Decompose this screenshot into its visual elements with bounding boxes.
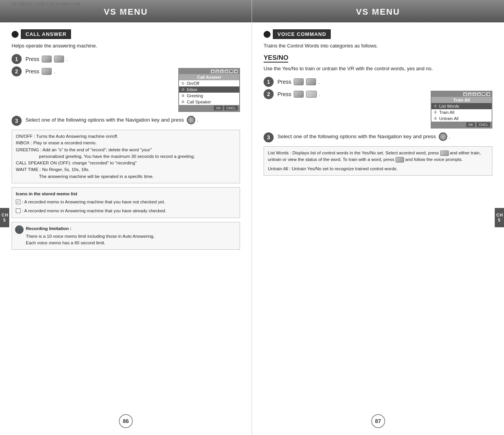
call-answer-menu-screen: ■ ▲ ● ■ ☎ ◆ Call Answer ① On/Off ② Inbox xyxy=(178,68,240,112)
note-title: Recording limitation : xyxy=(26,225,236,232)
topbar-icon-6: ◆ xyxy=(234,69,238,73)
icon-item-2: : A recorded memo in Answering machine t… xyxy=(16,208,236,214)
topbar-icon-5: ☎ xyxy=(229,69,233,73)
menu-item-2: ② Inbox xyxy=(179,86,239,93)
right-step-2-label: Press xyxy=(277,91,291,97)
step-1-text: Press . xyxy=(25,56,68,63)
checkbox-checked xyxy=(16,200,20,204)
left-section-desc: Helps operate the answering machine. xyxy=(12,43,240,49)
note-line-2: Each voice memo has a 60 second limit. xyxy=(26,240,236,246)
right-step-1-text: Press . xyxy=(277,78,320,85)
right-topbar-icon-2: ▲ xyxy=(468,92,472,96)
right-topbar-icon-4: ■ xyxy=(477,92,481,96)
button-icon-phone xyxy=(42,56,52,63)
step-3-row: 3 Select one of the following options wi… xyxy=(12,116,240,126)
menu-title: Call Answer xyxy=(179,74,239,80)
right-section-title-box: VOICE COMMAND xyxy=(273,29,331,39)
right-btn-icon-2 xyxy=(306,78,316,85)
right-info-btn-2 xyxy=(396,157,404,162)
step-3-circle: 3 xyxy=(12,116,22,126)
menu-item-3: ③ Greeting xyxy=(179,93,239,99)
menu-footer: OK CNCL xyxy=(179,105,239,111)
right-page-num: 87 xyxy=(371,414,385,428)
button-icon-ok xyxy=(42,68,52,75)
icons-title: Icons in the stored memo list xyxy=(16,191,236,197)
right-nav-key-icon xyxy=(439,132,447,141)
icon-item-2-text: : A recorded memo in Answering machine t… xyxy=(22,208,166,214)
left-page: TX-30B5/15-1 2002.5.20 16:40페이지86 CH5 VS… xyxy=(0,0,252,435)
right-step-2-circle: 2 xyxy=(264,89,274,99)
right-btn-icon-4: ↑ xyxy=(306,91,317,98)
menu-topbar: ■ ▲ ● ■ ☎ ◆ xyxy=(179,69,239,74)
right-reg-mark-top xyxy=(372,8,379,15)
step-1-circle: 1 xyxy=(12,54,22,64)
step-1-row: 1 Press . xyxy=(12,54,240,64)
right-menu-ok-btn: OK xyxy=(466,122,475,127)
right-topbar-icon-5: ☎ xyxy=(482,92,485,96)
right-step-1-label: Press xyxy=(277,79,291,85)
right-menu-item-3: ③ Untrain All xyxy=(431,115,492,122)
reg-mark-top xyxy=(120,8,127,15)
right-topbar-icon-1: ■ xyxy=(463,92,467,96)
chapter-tab-left: CH5 xyxy=(0,208,9,227)
right-step-2-section: 2 Press ↑ . ■ ▲ xyxy=(264,89,492,130)
right-menu-footer: OK CNCL xyxy=(431,122,492,128)
menu-item-1: ① On/Off xyxy=(179,80,239,86)
step-1-label: Press xyxy=(25,56,39,62)
section-title-box: CALL ANSWER xyxy=(21,29,71,39)
chapter-tab-right: CH5 xyxy=(495,208,504,227)
icon-item-1: : A recorded memo in Answering machine t… xyxy=(16,199,236,205)
menu-item-4: ④ Call Speaker xyxy=(179,99,239,105)
right-step-1-circle: 1 xyxy=(264,77,274,87)
right-step-1-row: 1 Press . xyxy=(264,77,492,87)
step-2-label: Press xyxy=(25,68,39,74)
right-page: CH5 VS MENU VOICE COMMAND Trains the Con… xyxy=(252,0,504,435)
step-2-circle: 2 xyxy=(12,66,22,76)
right-info-line-2: Untrain All : Untrain Yes/No set to reco… xyxy=(268,166,488,172)
yes-no-section: YES/NO xyxy=(264,54,492,66)
info-line-2: INBOX : Play or erase a recorded memo. xyxy=(16,140,236,146)
right-topbar-icon-3: ● xyxy=(472,92,476,96)
right-step-3-circle: 3 xyxy=(264,132,274,142)
topbar-icon-2: ▲ xyxy=(215,69,219,73)
topbar-icon-4: ■ xyxy=(225,69,228,73)
yes-no-title: YES/NO xyxy=(264,54,288,63)
right-section-title-row: VOICE COMMAND xyxy=(264,29,492,39)
right-section-desc: Trains the Control Words into categories… xyxy=(264,43,492,49)
right-step-3-text: Select one of the following options with… xyxy=(277,132,450,141)
right-topbar-icon-6: ◆ xyxy=(486,92,490,96)
right-menu-item-1: ① List Words xyxy=(431,103,492,109)
right-menu-topbar: ■ ▲ ● ■ ☎ ◆ xyxy=(431,91,492,97)
right-info-btn-1 xyxy=(440,151,449,156)
left-page-num: 86 xyxy=(119,414,133,428)
note-line-1: There is a 10 voice memo limit including… xyxy=(26,233,236,240)
right-info-box: List Words : Displays list of control wo… xyxy=(264,146,492,176)
info-line-5: CALL SPEAKER ON (OFF): change "recorded"… xyxy=(16,160,236,166)
topbar-icon-3: ● xyxy=(220,69,224,73)
step-3-text: Select one of the following options with… xyxy=(25,116,198,124)
info-line-7: The answering machine will be operated i… xyxy=(39,173,236,180)
info-line-4: personalized greeting. You have the maxi… xyxy=(39,153,236,160)
topbar-icons: ■ ▲ ● ■ ☎ ◆ xyxy=(211,69,238,73)
info-line-6: WAIT TIME : No Ringer, 5s, 10s, 18s. xyxy=(16,166,236,173)
nav-key-icon xyxy=(187,116,195,124)
icons-box: Icons in the stored memo list : A record… xyxy=(12,187,240,218)
right-topbar-icons: ■ ▲ ● ■ ☎ ◆ xyxy=(463,92,490,96)
right-step-3-row: 3 Select one of the following options wi… xyxy=(264,132,492,142)
step-2-text: Press . xyxy=(25,68,55,75)
right-step-2-text: Press ↑ . xyxy=(277,91,320,98)
info-line-1: ON/OFF : Turns the Auto Answering machin… xyxy=(16,133,236,140)
checkbox-unchecked xyxy=(16,208,20,213)
icon-item-1-text: : A recorded memo in Answering machine t… xyxy=(22,199,165,205)
right-menu-cncl-btn: CNCL xyxy=(477,122,490,127)
topbar-icon-1: ■ xyxy=(211,69,215,73)
yes-no-desc: Use the Yes/No to train or untrain the V… xyxy=(264,66,492,71)
right-btn-icon-3 xyxy=(294,91,304,98)
right-menu-title: Train All xyxy=(431,97,492,103)
doc-info: TX-30B5/15-1 2002.5.20 16:40페이지86 xyxy=(12,2,80,7)
right-info-line-1: List Words : Displays list of control wo… xyxy=(268,150,488,163)
right-btn-icon-1 xyxy=(294,78,304,85)
right-menu-item-2: ② Train All xyxy=(431,109,492,115)
info-box: ON/OFF : Turns the Auto Answering machin… xyxy=(12,130,240,183)
left-section-title-row: CALL ANSWER xyxy=(12,29,240,39)
